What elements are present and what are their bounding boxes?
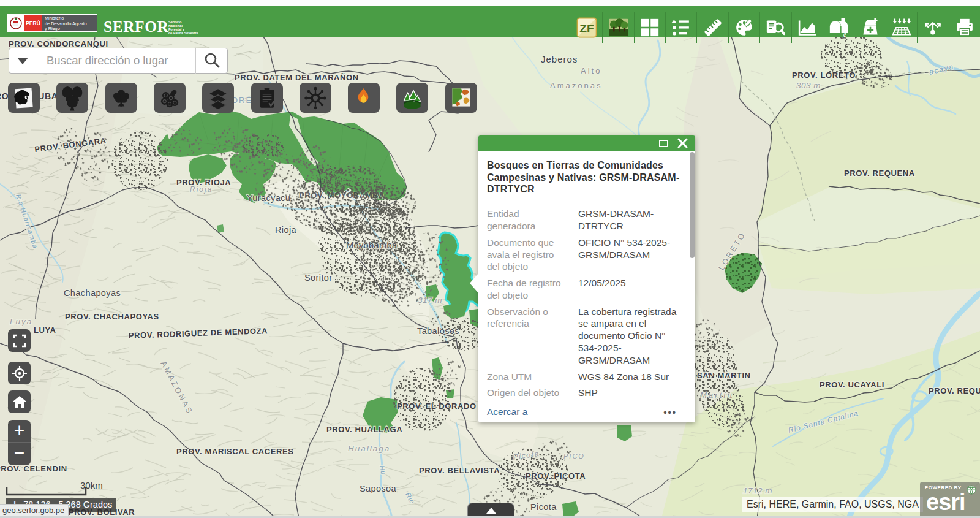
svg-text:PROV. UCAYALI: PROV. UCAYALI	[820, 380, 884, 389]
svg-text:Picota: Picota	[530, 502, 557, 512]
svg-text:PROV. PICOTA: PROV. PICOTA	[526, 471, 586, 481]
svg-text:PROV. REQUEN: PROV. REQUEN	[929, 386, 980, 395]
svg-text:1712 m: 1712 m	[743, 486, 772, 495]
svg-text:Huallaga: Huallaga	[348, 444, 390, 453]
svg-text:PROV. HUALLAGA: PROV. HUALLAGA	[326, 425, 402, 434]
svg-text:SAN MARTIN: SAN MARTIN	[697, 371, 751, 380]
svg-text:Martín: Martín	[700, 390, 734, 400]
svg-text:303 m: 303 m	[796, 81, 821, 90]
svg-text:Soritor: Soritor	[304, 273, 333, 283]
svg-text:317 m: 317 m	[418, 295, 442, 305]
svg-text:PROV. BELLAVISTA: PROV. BELLAVISTA	[419, 466, 500, 475]
svg-text:PROV. MARISCAL CACERES: PROV. MARISCAL CACERES	[176, 447, 294, 456]
svg-text:ORE: ORE	[232, 96, 252, 105]
svg-text:e: e	[843, 31, 846, 39]
svg-text:Tabalosos: Tabalosos	[417, 326, 459, 336]
svg-text:Moyobamba: Moyobamba	[346, 240, 398, 250]
svg-text:Yuracyacu: Yuracyacu	[247, 193, 290, 203]
svg-text:PROV. DATEM DEL MARAÑON: PROV. DATEM DEL MARAÑON	[235, 73, 359, 82]
svg-text:PROV. REQUENA: PROV. REQUENA	[844, 169, 915, 178]
svg-text:PROV. EL DORADO: PROV. EL DORADO	[397, 402, 477, 411]
svg-text:Amazonas: Amazonas	[550, 81, 602, 90]
svg-text:Rioja: Rioja	[275, 225, 297, 235]
svg-text:PICO: PICO	[564, 452, 585, 460]
svg-text:Saposoa: Saposoa	[360, 484, 397, 493]
svg-text:Rioja: Rioja	[190, 185, 213, 194]
svg-text:PROV. LORETO: PROV. LORETO	[792, 70, 856, 80]
svg-text:Alto: Alto	[581, 66, 601, 75]
svg-text:Jeberos: Jeberos	[541, 54, 578, 64]
svg-text:ZF: ZF	[579, 22, 594, 35]
